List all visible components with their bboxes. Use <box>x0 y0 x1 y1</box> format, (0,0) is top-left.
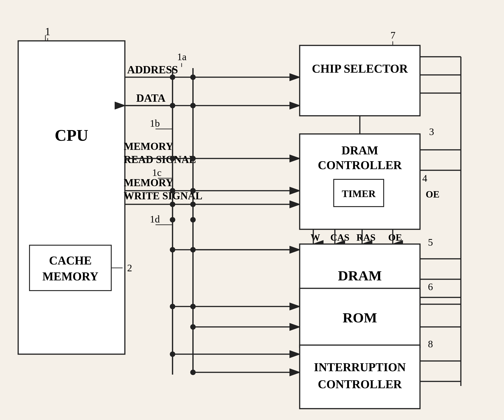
interruption-label2: CONTROLLER <box>318 378 402 391</box>
mem-read-label1: MEMORY <box>124 141 173 152</box>
timer-label: TIMER <box>342 188 376 199</box>
label-1b: 1b <box>150 118 160 129</box>
diagram-container: CPU CACHE MEMORY 1 2 ADDRESS 1a DA <box>0 0 504 420</box>
svg-rect-67 <box>300 345 420 409</box>
cpu-label: CPU <box>55 126 88 144</box>
label-1d: 1d <box>150 214 160 225</box>
ref-5: 5 <box>428 237 433 248</box>
dram-controller-label2: CONTROLLER <box>318 159 402 172</box>
interruption-label1: INTERRUPTION <box>314 361 406 374</box>
dram-controller-label1: DRAM <box>342 144 378 157</box>
ref-6: 6 <box>428 281 433 292</box>
svg-rect-4 <box>18 41 125 354</box>
mem-read-label2: READ SIGNAL <box>124 154 196 165</box>
ref-4: 4 <box>422 173 427 184</box>
cache-memory-label: CACHE <box>49 254 92 267</box>
ref-3: 3 <box>429 126 434 137</box>
w-label: W <box>311 232 320 243</box>
ras-label: RAS <box>356 232 376 243</box>
oe-label-dram-ctrl: OE <box>426 189 439 199</box>
mem-write-label1: MEMORY <box>124 177 173 188</box>
oe-label-bottom: OE <box>388 232 402 243</box>
ref-1: 1 <box>45 25 50 37</box>
chip-selector-label1: CHIP SELECTOR <box>312 62 408 75</box>
ref-7: 7 <box>390 30 396 41</box>
cache-memory-label2: MEMORY <box>42 270 99 283</box>
svg-rect-5 <box>30 245 111 291</box>
label-1a: 1a <box>177 51 187 62</box>
label-1c: 1c <box>152 167 162 178</box>
cas-label: CAS <box>330 232 349 243</box>
ref-2: 2 <box>127 263 132 274</box>
dram-label: DRAM <box>338 268 382 283</box>
address-label: ADDRESS <box>127 64 178 76</box>
data-label: DATA <box>136 92 166 104</box>
rom-label: ROM <box>342 310 377 325</box>
svg-rect-45 <box>300 45 420 116</box>
ref-8: 8 <box>428 338 433 350</box>
